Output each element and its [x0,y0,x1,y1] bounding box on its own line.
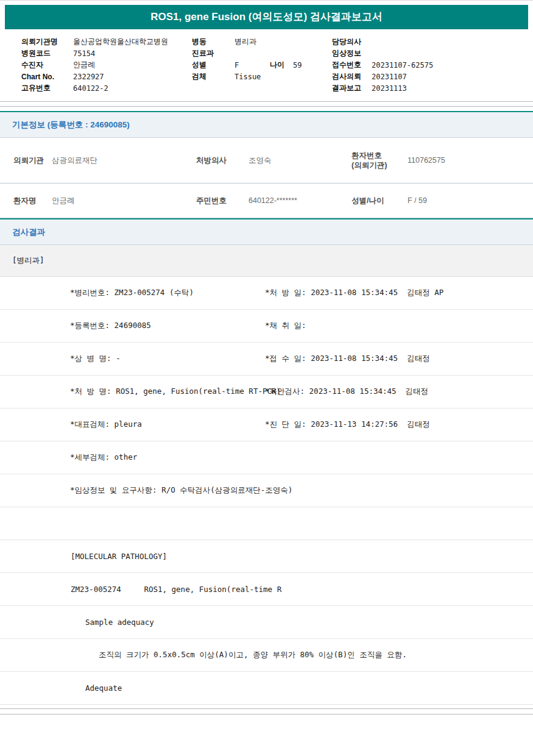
field-label: 주민번호 [196,196,249,206]
result-line: *세부검체: other [0,452,265,463]
footer-divider [0,708,533,715]
field-label: 검체 [192,71,235,82]
header-col-right: 담당의사 임상정보 접수번호 20231107-62575 검사의뢰 20231… [332,36,533,94]
result-detail-row: *임상정보 및 요구사항: R/O 수탁검사(삼광의료재단-조영숙) [0,474,533,507]
basic-info-cell: 환자번호 (의뢰기관) 110762575 [351,151,533,170]
field-label: 접수번호 [332,60,372,70]
field-label: 병동 [192,37,235,47]
basic-info-section-title: 기본정보 (등록번호 : 24690085) [12,119,130,130]
header-field: 검체 Tissue [192,71,332,82]
field-label: 처방의사 [196,155,249,166]
field-label: 고유번호 [21,83,73,93]
basic-info-cell: 환자명 안금례 [13,196,196,206]
result-empty-row [0,507,533,540]
result-line: *상 병 명: - [0,354,265,364]
report-page: ROS1, gene Fusion (여의도성모) 검사결과보고서 의뢰기관명 … [0,0,533,756]
field-label: 성별/나이 [351,196,408,206]
field-value: 59 [293,61,302,70]
department-label: [병리과] [12,255,44,266]
result-detail-row: *병리번호: ZM23-005274 (수탁) *처 방 일: 2023-11-… [0,277,533,310]
basic-info-cell: 처방의사 조영숙 [196,155,351,166]
field-value: 안금례 [52,196,75,206]
report-title-banner: ROS1, gene Fusion (여의도성모) 검사결과보고서 [5,5,528,29]
field-value: 640122-2 [73,84,108,93]
header-field: 병동 병리과 [192,36,332,48]
result-detail-row: *등록번호: 24690085 *채 취 일: [0,310,533,343]
result-detail-row: *상 병 명: - *접 수 일: 2023-11-08 15:34:45 김태… [0,343,533,376]
field-label-line2: (의뢰기관) [351,161,387,169]
header-field: 병원코드 75154 [21,48,192,59]
field-value: 75154 [73,49,95,58]
results-section-header: 검사결과 [0,218,533,245]
result-molecular-row: Adequate [0,672,533,705]
basic-info-section-header: 기본정보 (등록번호 : 24690085) [0,111,533,138]
results-section-title: 검사결과 [12,227,45,238]
department-row: [병리과] [0,245,533,277]
field-value: 조영숙 [249,155,272,166]
field-value: 110762575 [408,156,445,165]
field-value: 안금례 [73,60,95,70]
header-field: Chart No. 2322927 [21,71,192,82]
basic-info-cell: 성별/나이 F / 59 [351,196,533,206]
field-value: 병리과 [235,37,256,47]
header-field: 결과보고 20231113 [332,82,533,94]
result-molecular-row: Sample adequacy [0,606,533,639]
result-line: *대표검체: pleura [0,419,265,430]
result-line: *처 방 일: 2023-11-08 15:34:45 김태정 AP [265,288,533,298]
result-line: [MOLECULAR PATHOLOGY] [0,552,167,561]
field-value: 울산공업학원울산대학교병원 [73,37,168,47]
field-value: 2322927 [73,73,104,81]
basic-info-cell: 주민번호 640122-******* [196,196,351,206]
report-title: ROS1, gene Fusion (여의도성모) 검사결과보고서 [150,11,383,23]
result-line: *임상정보 및 요구사항: R/O 수탁검사(삼광의료재단-조영숙) [0,485,265,496]
result-molecular-row: ZM23-005274 ROS1, gene, Fusion(real-time… [0,573,533,606]
field-label: 수진자 [21,60,73,70]
result-molecular-row: [MOLECULAR PATHOLOGY] [0,540,533,573]
result-line: *육안검사: 2023-11-08 15:34:45 김태정 [265,387,533,397]
header-field: 임상정보 [332,48,533,59]
field-label-line1: 환자번호 [351,151,382,160]
header-divider [0,101,533,107]
header-field: 진료과 [192,48,332,59]
header-field: 접수번호 20231107-62575 [332,59,533,71]
field-label: 병원코드 [21,48,73,59]
header-field-sex-age: 성별 F 나이 59 [192,59,332,71]
field-label: 환자명 [13,196,52,206]
field-value: 20231107-62575 [372,61,433,70]
field-label: 의뢰기관 [13,155,52,166]
result-line: Adequate [0,683,122,693]
result-line: *접 수 일: 2023-11-08 15:34:45 김태정 [265,354,533,364]
result-molecular-row: 조직의 크기가 0.5x0.5cm 이상(A)이고, 종양 부위가 80% 이상… [0,639,533,672]
field-value: 삼광의료재단 [52,155,97,166]
field-label: Chart No. [21,73,73,81]
field-label: 의뢰기관명 [21,37,73,47]
result-line: *채 취 일: [265,321,533,331]
field-label: 임상정보 [332,48,372,59]
header-col-left: 의뢰기관명 울산공업학원울산대학교병원 병원코드 75154 수진자 안금례 C… [21,36,192,94]
result-line: *처 방 명: ROS1, gene, Fusion(real-time RT-… [0,387,265,397]
field-label: 성별 [192,60,235,70]
result-line: Sample adequacy [0,618,154,627]
header-field: 수진자 안금례 [21,59,192,71]
field-label: 담당의사 [332,37,372,47]
field-label: 진료과 [192,48,235,59]
patient-header-info: 의뢰기관명 울산공업학원울산대학교병원 병원코드 75154 수진자 안금례 C… [0,29,533,99]
result-line: 조직의 크기가 0.5x0.5cm 이상(A)이고, 종양 부위가 80% 이상… [0,650,407,660]
basic-info-row: 환자명 안금례 주민번호 640122-******* 성별/나이 F / 59 [0,184,533,218]
header-field: 의뢰기관명 울산공업학원울산대학교병원 [21,36,192,48]
field-value: 640122-******* [249,196,297,205]
header-field: 고유번호 640122-2 [21,82,192,94]
field-value: F / 59 [408,196,427,205]
header-col-middle: 병동 병리과 진료과 성별 F 나이 59 검체 Tissue [192,36,332,94]
result-line: *진 단 일: 2023-11-13 14:27:56 김태정 [265,419,533,430]
result-line: *등록번호: 24690085 [0,321,265,331]
field-label: 검사의뢰 [332,71,372,82]
field-label: 결과보고 [332,83,372,93]
header-field: 검사의뢰 20231107 [332,71,533,82]
result-line: ZM23-005274 ROS1, gene, Fusion(real-time… [0,585,281,594]
field-value: 20231113 [372,84,407,93]
header-field: 담당의사 [332,36,533,48]
result-detail-row: *처 방 명: ROS1, gene, Fusion(real-time RT-… [0,376,533,408]
result-detail-row: *세부검체: other [0,441,533,474]
field-value: F [235,61,270,70]
